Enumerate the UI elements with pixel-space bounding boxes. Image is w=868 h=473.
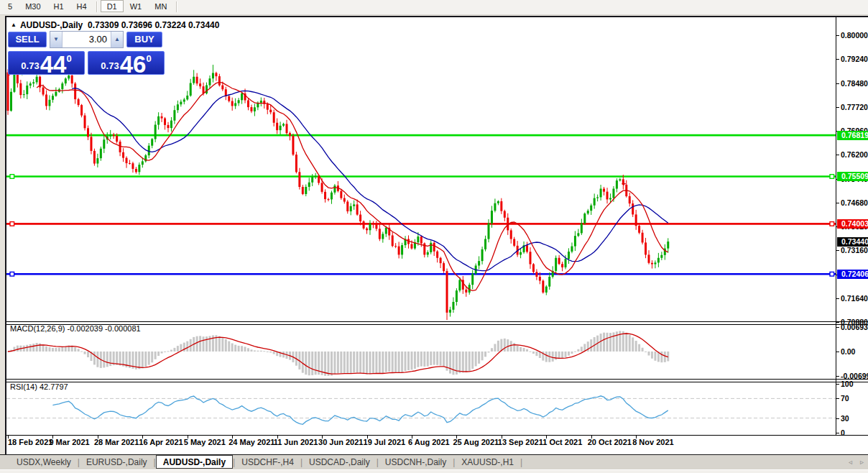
price-tick-label: 0.80000	[841, 31, 868, 40]
chart-tab-bar: USDX,Weekly|EURUSD-,Daily|AUDUSD-,Daily|…	[0, 454, 868, 469]
timeframe-button-h1[interactable]: H1	[47, 0, 70, 12]
chart-window[interactable]: ▲AUDUSD-,Daily 0.73309 0.73696 0.73224 0…	[5, 16, 868, 456]
macd-tick	[836, 352, 839, 352]
level-price-label: 0.76819	[837, 131, 868, 140]
timeframe-button-5[interactable]: 5	[1, 0, 19, 12]
timeframe-toolbar: 5M30H1H4D1W1MN	[0, 0, 868, 15]
sell-price-small: 0.73	[21, 60, 39, 71]
one-click-trading-panel: SELL ▼ 3.00 ▲ BUY 0.73 44 0 0.73 46 0	[8, 32, 165, 75]
price-tick-label: 0.79240	[841, 55, 868, 63]
macd-tick	[836, 327, 839, 328]
tab-eurusd-[interactable]: EURUSD-,Daily	[80, 455, 154, 469]
date-label: 18 Feb 2021	[8, 438, 52, 446]
sell-button[interactable]: SELL	[8, 32, 47, 47]
volume-input[interactable]: 3.00	[63, 32, 111, 47]
date-label: 19 Jul 2021	[364, 438, 406, 446]
date-label: 24 May 2021	[228, 438, 274, 446]
date-label: 25 Aug 2021	[453, 438, 499, 446]
date-label: 8 Nov 2021	[632, 438, 673, 446]
date-label: 1 Oct 2021	[542, 438, 582, 446]
tab-usdchf-[interactable]: USDCHF-,H4	[235, 455, 300, 469]
time-axis-line	[6, 435, 868, 436]
sell-price-big: 44	[40, 55, 67, 74]
date-label: 13 Sep 2021	[498, 438, 543, 446]
price-tick	[836, 322, 839, 323]
status-strip	[0, 469, 868, 473]
price-tick-label: 0.77720	[841, 103, 868, 111]
date-label: 30 Jun 2021	[318, 438, 363, 446]
sell-price-display[interactable]: 0.73 44 0	[8, 51, 85, 75]
date-label: 5 May 2021	[184, 438, 226, 446]
cross-marker-icon: +	[622, 180, 626, 187]
price-tick-label: 0.71640	[841, 294, 868, 303]
date-label: 16 Apr 2021	[139, 438, 183, 446]
volume-increase-icon[interactable]: ▲	[111, 32, 123, 47]
date-label: 20 Oct 2021	[588, 438, 632, 446]
timeframe-button-w1[interactable]: W1	[124, 0, 149, 12]
timeframe-button-m30[interactable]: M30	[19, 0, 47, 12]
toolbar-separator	[96, 1, 98, 12]
price-tick	[836, 155, 839, 155]
rsi-tick-label: 30	[841, 414, 849, 423]
rsi-plot[interactable]	[6, 381, 836, 435]
price-tick	[836, 35, 839, 36]
chart-title-symbol: AUDUSD-,Daily	[20, 20, 83, 30]
price-tick-label: 0.76200	[841, 150, 868, 159]
timeframe-button-h4[interactable]: H4	[70, 0, 93, 12]
date-label: 28 Mar 2021	[94, 438, 139, 446]
timeframe-button-mn[interactable]: MN	[148, 0, 173, 12]
price-tick	[836, 107, 839, 108]
buy-button[interactable]: BUY	[126, 32, 162, 47]
price-tick-label: 0.73160	[841, 246, 868, 254]
rsi-tick-label: 100	[841, 380, 854, 388]
mt4-terminal: { "toolbar": { "timeframes": ["5","M30",…	[0, 0, 868, 473]
buy-price-big: 46	[120, 55, 147, 74]
volume-stepper: ▼ 3.00 ▲	[50, 31, 124, 48]
tab-separator: |	[520, 455, 522, 467]
macd-tick-label: 0.00	[841, 347, 855, 356]
tab-usdcnh-[interactable]: USDCNH-,Daily	[379, 455, 453, 469]
sell-price-sup: 0	[66, 53, 71, 64]
price-tick	[836, 298, 839, 299]
level-price-label: 0.72406	[837, 270, 868, 279]
rsi-tick	[836, 398, 839, 399]
price-tick	[836, 59, 839, 60]
price-tick-label: 0.74680	[841, 198, 868, 207]
level-price-label: 0.75509	[837, 172, 868, 181]
rsi-tick	[836, 433, 839, 433]
timeframe-button-d1[interactable]: D1	[101, 0, 124, 12]
buy-price-small: 0.73	[101, 60, 119, 71]
price-tick	[836, 250, 839, 251]
symbol-triangle-icon: ▲	[11, 22, 17, 28]
tab-usdx[interactable]: USDX,Weekly	[10, 455, 78, 469]
tab-scroll-right-icon[interactable]: ▹	[860, 459, 864, 466]
toolbar-separator	[176, 1, 177, 12]
price-tick-label: 0.78480	[841, 79, 868, 88]
date-label: 6 Aug 2021	[408, 438, 450, 446]
current-price-label: 0.73440	[837, 237, 868, 247]
buy-price-sup: 0	[146, 53, 151, 64]
buy-price-display[interactable]: 0.73 46 0	[88, 51, 165, 75]
tab-xauusd-[interactable]: XAUUSD-,H1	[455, 455, 520, 469]
tab-scroll-left-icon[interactable]: ◃	[849, 459, 852, 466]
level-price-label: 0.74003	[837, 219, 868, 229]
macd-label: MACD(12,26,9) -0.002039 -0.000081	[10, 324, 141, 333]
volume-decrease-icon[interactable]: ▼	[50, 32, 63, 47]
chart-title: ▲AUDUSD-,Daily 0.73309 0.73696 0.73224 0…	[11, 20, 219, 30]
date-label: 11 Jun 2021	[274, 438, 318, 446]
rsi-tick-label: 70	[841, 394, 849, 403]
price-tick	[836, 83, 839, 84]
chart-title-ohlc: 0.73309 0.73696 0.73224 0.73440	[88, 20, 220, 30]
date-label: 9 Mar 2021	[49, 438, 89, 446]
rsi-tick-label: 0	[841, 428, 845, 437]
tab-usdcad-[interactable]: USDCAD-,Daily	[303, 455, 377, 469]
rsi-tick	[836, 418, 839, 419]
macd-tick-label: 0.006936	[841, 323, 868, 331]
rsi-label: RSI(14) 42.7797	[10, 382, 68, 391]
tab-audusd-[interactable]: AUDUSD-,Daily	[156, 455, 233, 469]
rsi-tick	[836, 384, 839, 385]
macd-tick	[836, 376, 839, 377]
price-tick	[836, 203, 839, 203]
